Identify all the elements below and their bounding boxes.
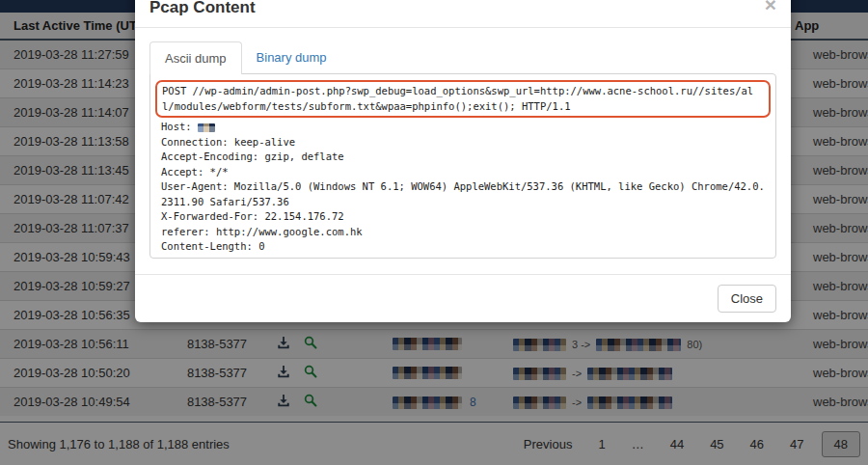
close-icon[interactable]: × bbox=[765, 0, 776, 14]
highlighted-request-line: POST //wp-admin/admin-post.php?swp_debug… bbox=[155, 80, 771, 118]
pcap-content-modal: Pcap Content × Ascii dump Binary dump PO… bbox=[135, 0, 791, 322]
modal-footer: Close bbox=[135, 274, 791, 322]
http-header-lines: Connection: keep-alive Accept-Encoding: … bbox=[161, 135, 765, 255]
dump-tabs: Ascii dump Binary dump bbox=[149, 41, 776, 73]
modal-header: Pcap Content × bbox=[135, 0, 791, 28]
modal-title: Pcap Content bbox=[149, 0, 256, 16]
tab-ascii-dump[interactable]: Ascii dump bbox=[149, 41, 242, 74]
close-button[interactable]: Close bbox=[718, 285, 776, 313]
ascii-dump-panel: POST //wp-admin/admin-post.php?swp_debug… bbox=[149, 73, 776, 259]
tab-binary-dump[interactable]: Binary dump bbox=[242, 41, 341, 73]
redacted-host-value bbox=[198, 123, 215, 132]
host-line: Host: bbox=[161, 120, 765, 135]
modal-body: Ascii dump Binary dump POST //wp-admin/a… bbox=[135, 28, 791, 274]
